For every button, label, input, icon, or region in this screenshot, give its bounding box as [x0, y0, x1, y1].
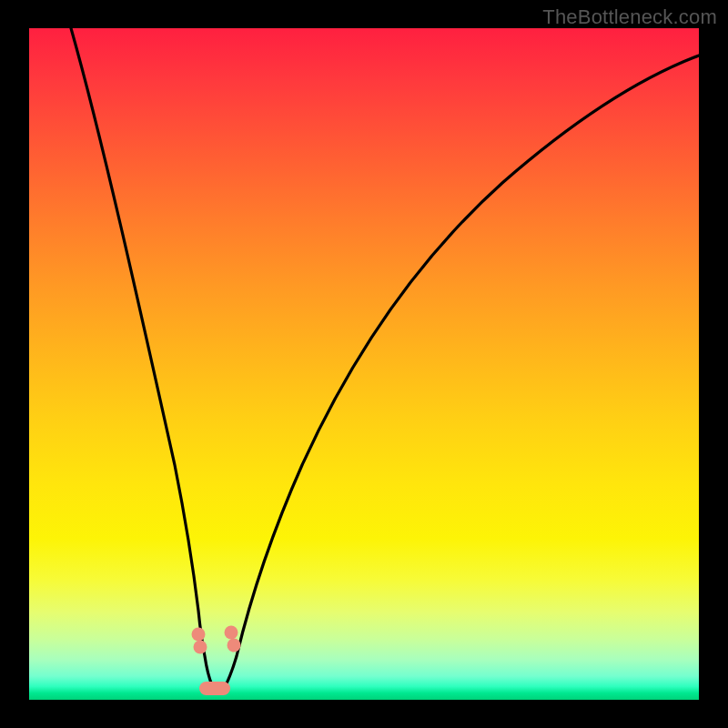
chart-frame: TheBottleneck.com	[0, 0, 728, 728]
bottom-pink-marker	[199, 682, 230, 695]
svg-point-0	[192, 628, 206, 642]
watermark-text: TheBottleneck.com	[542, 5, 717, 29]
svg-point-2	[225, 626, 238, 640]
svg-point-3	[228, 639, 241, 652]
left-pink-marker	[192, 628, 207, 654]
plot-area	[29, 28, 699, 700]
curve-layer	[29, 28, 699, 700]
svg-point-1	[194, 641, 207, 654]
bottleneck-curve	[71, 28, 699, 688]
right-pink-marker	[225, 626, 241, 652]
svg-rect-4	[199, 682, 230, 695]
